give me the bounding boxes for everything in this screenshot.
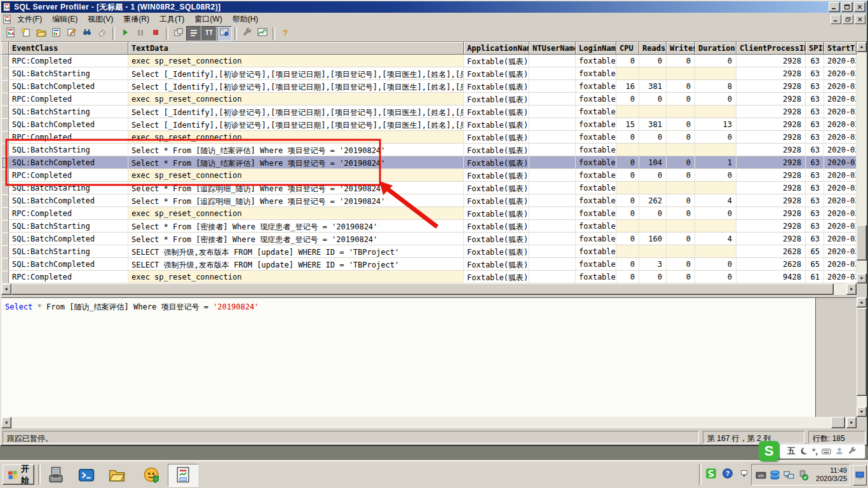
clear-trace-window-button[interactable] xyxy=(95,26,110,41)
row-selector[interactable] xyxy=(1,80,9,93)
detail-scroll-down-button[interactable] xyxy=(857,407,867,417)
menu-item-replay[interactable]: 重播(R) xyxy=(118,13,154,26)
maximize-button[interactable] xyxy=(841,2,853,12)
table-row[interactable]: SQL:BatchCompletedSELECT 强制升级,发布版本 FROM … xyxy=(1,258,857,271)
menu-item-window[interactable]: 窗口(W) xyxy=(189,13,227,26)
row-selector[interactable] xyxy=(1,271,9,283)
pause-trace-button[interactable] xyxy=(133,26,148,41)
ime-fullwidth-moon-icon[interactable] xyxy=(799,447,808,456)
row-selector[interactable] xyxy=(1,245,9,258)
row-selector[interactable] xyxy=(1,131,9,144)
row-selector[interactable] xyxy=(1,182,9,194)
table-row[interactable]: SQL:BatchStartingSELECT 强制升级,发布版本 FROM [… xyxy=(1,245,857,258)
column-header-start[interactable]: StartTi xyxy=(824,42,857,55)
table-row[interactable]: SQL:BatchStartingSelect [_Identify],[初诊登… xyxy=(1,67,857,80)
grid-horizontal-scrollbar[interactable] xyxy=(1,283,857,295)
table-row[interactable]: SQL:BatchCompletedSelect [_Identify],[初诊… xyxy=(1,80,857,93)
row-selector[interactable] xyxy=(1,156,9,169)
table-row[interactable]: SQL:BatchStartingSelect * From [随访_结案评估]… xyxy=(1,144,857,156)
row-selector[interactable] xyxy=(1,67,9,80)
table-row[interactable]: RPC:Completedexec sp_reset_connectionFox… xyxy=(1,93,857,105)
new-trace-button[interactable] xyxy=(3,26,18,41)
sogou-ime-logo[interactable]: S xyxy=(759,441,779,461)
auto-scroll-button[interactable] xyxy=(217,26,232,41)
row-selector[interactable] xyxy=(1,118,9,131)
open-trace-button[interactable] xyxy=(34,26,49,41)
table-row[interactable]: SQL:BatchCompletedSelect [_Identify],[初诊… xyxy=(1,118,857,131)
aggregated-view-button[interactable]: TT xyxy=(201,26,217,41)
minimize-button[interactable] xyxy=(829,2,840,12)
textdata-detail-pane[interactable]: Select * From [随访_结案评估] Where 项目登记号 = '2… xyxy=(1,297,816,417)
detail-vertical-scrollbar[interactable] xyxy=(857,297,867,417)
scroll-left-button[interactable] xyxy=(1,283,11,295)
column-header-spid[interactable]: SPID xyxy=(806,42,824,55)
grid-vscroll-thumb[interactable] xyxy=(857,225,867,261)
close-button[interactable] xyxy=(854,2,865,12)
sql-database-tray-icon[interactable] xyxy=(768,468,781,481)
vmware-tray-icon[interactable]: vm xyxy=(754,468,767,481)
column-header-cpu[interactable]: CPU xyxy=(616,42,639,55)
start-trace-button[interactable] xyxy=(118,26,133,41)
table-row[interactable]: RPC:Completedexec sp_reset_connectionFox… xyxy=(1,207,857,220)
column-header-event[interactable]: EventClass xyxy=(9,42,128,55)
scroll-down-button[interactable] xyxy=(857,273,867,283)
find-button[interactable] xyxy=(79,26,95,41)
row-selector[interactable] xyxy=(1,55,9,67)
server-manager-button[interactable] xyxy=(46,466,66,485)
detail-scroll-up-button[interactable] xyxy=(857,297,867,308)
menu-item-help[interactable]: 帮助(H) xyxy=(227,13,264,26)
row-selector[interactable] xyxy=(1,144,9,156)
detail-scroll-left-button[interactable] xyxy=(1,417,11,428)
filter-button[interactable] xyxy=(240,26,255,41)
title-bar[interactable]: SQL Server Profiler - [无标题 - 1 (WIN08R2_… xyxy=(1,1,867,13)
menu-item-edit[interactable]: 编辑(E) xyxy=(47,13,83,26)
table-row[interactable]: SQL:BatchCompletedSelect * From [密接者] Wh… xyxy=(1,233,857,245)
mdi-restore-button[interactable] xyxy=(843,15,853,24)
table-row[interactable]: SQL:BatchStartingSelect [_Identify],[初诊登… xyxy=(1,105,857,118)
task-button-sql-profiler[interactable] xyxy=(168,464,198,487)
column-header-duration[interactable]: Duration xyxy=(695,42,736,55)
blue-help-button[interactable]: ? xyxy=(721,466,735,482)
table-row[interactable]: RPC:Completedexec sp_reset_connectionFox… xyxy=(1,271,857,283)
grid-hscroll-thumb[interactable] xyxy=(11,283,834,295)
organize-columns-button[interactable] xyxy=(171,26,186,41)
new-template-button[interactable] xyxy=(18,26,34,41)
ime-account-button[interactable] xyxy=(835,447,844,456)
ime-punctuation-button[interactable]: °, xyxy=(812,447,818,456)
menu-item-file[interactable]: 文件(F) xyxy=(12,13,47,26)
show-desktop-button[interactable] xyxy=(853,465,867,485)
row-selector[interactable] xyxy=(1,220,9,233)
column-header-cpid[interactable]: ClientProcessID xyxy=(736,42,806,55)
column-header-app[interactable]: ApplicationName xyxy=(464,42,529,55)
detail-hscroll-thumb[interactable] xyxy=(831,417,845,428)
column-header-writes[interactable]: Writes xyxy=(667,42,695,55)
table-row[interactable]: RPC:Completedexec sp_reset_connectionFox… xyxy=(1,169,857,182)
sogou-button[interactable] xyxy=(704,466,718,482)
table-row[interactable]: SQL:BatchStartingSelect * From [密接者] Whe… xyxy=(1,220,857,233)
row-selector[interactable] xyxy=(1,233,9,245)
column-header-nt[interactable]: NTUserName xyxy=(529,42,576,55)
antivirus-mascot-button[interactable] xyxy=(141,466,161,485)
ime-settings-button[interactable] xyxy=(848,447,857,456)
column-header-reads[interactable]: Reads xyxy=(639,42,667,55)
row-selector[interactable] xyxy=(1,258,9,271)
performance-counters-button[interactable] xyxy=(255,26,270,41)
save-trace-button[interactable] xyxy=(49,26,64,41)
row-selector[interactable] xyxy=(1,207,9,220)
taskbar-clock[interactable]: 11:49 2020/3/25 xyxy=(816,466,847,483)
menu-item-view[interactable]: 视图(V) xyxy=(83,13,118,26)
scroll-right-button[interactable] xyxy=(846,283,857,295)
table-row[interactable]: SQL:BatchStartingSelect * From [追踪明细_随访]… xyxy=(1,182,857,194)
start-button[interactable]: 开始 xyxy=(3,464,34,485)
trace-properties-button[interactable] xyxy=(64,26,79,41)
detail-horizontal-scrollbar[interactable] xyxy=(1,417,857,428)
grouped-view-button[interactable] xyxy=(186,26,201,41)
ime-soft-keyboard-button[interactable] xyxy=(822,447,831,456)
explorer-button[interactable] xyxy=(107,466,127,485)
table-row[interactable]: SQL:BatchCompletedSelect * From [随访_结案评估… xyxy=(1,156,857,169)
row-selector[interactable] xyxy=(1,169,9,182)
column-header-login[interactable]: LoginName xyxy=(576,42,616,55)
row-selector[interactable] xyxy=(1,105,9,118)
mdi-minimize-button[interactable] xyxy=(831,15,841,24)
row-selector[interactable] xyxy=(1,194,9,207)
